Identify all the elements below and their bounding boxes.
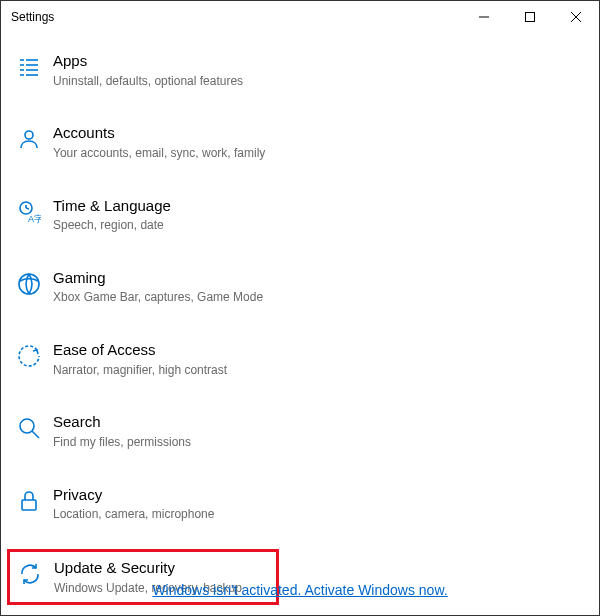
item-title: Search <box>53 412 191 432</box>
settings-item-apps[interactable]: Apps Uninstall, defaults, optional featu… <box>1 43 599 97</box>
svg-line-19 <box>32 431 39 438</box>
settings-item-search[interactable]: Search Find my files, permissions <box>1 404 599 458</box>
item-desc: Uninstall, defaults, optional features <box>53 73 243 90</box>
settings-list: Apps Uninstall, defaults, optional featu… <box>1 33 599 605</box>
svg-line-15 <box>26 208 29 209</box>
privacy-icon <box>15 487 43 515</box>
settings-item-accounts[interactable]: Accounts Your accounts, email, sync, wor… <box>1 115 599 169</box>
activation-notice: Windows isn't activated. Activate Window… <box>0 582 600 598</box>
minimize-button[interactable] <box>461 1 507 33</box>
item-title: Ease of Access <box>53 340 227 360</box>
item-text: Accounts Your accounts, email, sync, wor… <box>53 123 265 161</box>
item-desc: Find my files, permissions <box>53 434 191 451</box>
item-text: Apps Uninstall, defaults, optional featu… <box>53 51 243 89</box>
close-button[interactable] <box>553 1 599 33</box>
item-text: Privacy Location, camera, microphone <box>53 485 214 523</box>
titlebar: Settings <box>1 1 599 33</box>
item-desc: Location, camera, microphone <box>53 506 214 523</box>
svg-point-17 <box>19 274 39 294</box>
item-text: Time & Language Speech, region, date <box>53 196 171 234</box>
svg-point-18 <box>20 419 34 433</box>
svg-text:A字: A字 <box>28 214 41 224</box>
item-text: Gaming Xbox Game Bar, captures, Game Mod… <box>53 268 263 306</box>
item-text: Search Find my files, permissions <box>53 412 191 450</box>
search-icon <box>15 414 43 442</box>
svg-rect-20 <box>22 500 36 510</box>
item-desc: Your accounts, email, sync, work, family <box>53 145 265 162</box>
item-title: Gaming <box>53 268 263 288</box>
item-desc: Xbox Game Bar, captures, Game Mode <box>53 289 263 306</box>
item-desc: Speech, region, date <box>53 217 171 234</box>
item-title: Accounts <box>53 123 265 143</box>
item-text: Ease of Access Narrator, magnifier, high… <box>53 340 227 378</box>
svg-point-12 <box>25 131 33 139</box>
time-language-icon: A字 <box>15 198 43 226</box>
ease-of-access-icon <box>15 342 43 370</box>
settings-item-ease-of-access[interactable]: Ease of Access Narrator, magnifier, high… <box>1 332 599 386</box>
activation-link[interactable]: Windows isn't activated. Activate Window… <box>152 582 447 598</box>
apps-icon <box>15 53 43 81</box>
item-desc: Narrator, magnifier, high contrast <box>53 362 227 379</box>
settings-item-privacy[interactable]: Privacy Location, camera, microphone <box>1 477 599 531</box>
window-title: Settings <box>11 10 54 24</box>
maximize-button[interactable] <box>507 1 553 33</box>
settings-item-time-language[interactable]: A字 Time & Language Speech, region, date <box>1 188 599 242</box>
item-title: Apps <box>53 51 243 71</box>
item-title: Privacy <box>53 485 214 505</box>
svg-rect-1 <box>526 13 535 22</box>
item-title: Update & Security <box>54 558 242 578</box>
gaming-icon <box>15 270 43 298</box>
window-controls <box>461 1 599 33</box>
accounts-icon <box>15 125 43 153</box>
settings-item-gaming[interactable]: Gaming Xbox Game Bar, captures, Game Mod… <box>1 260 599 314</box>
item-title: Time & Language <box>53 196 171 216</box>
